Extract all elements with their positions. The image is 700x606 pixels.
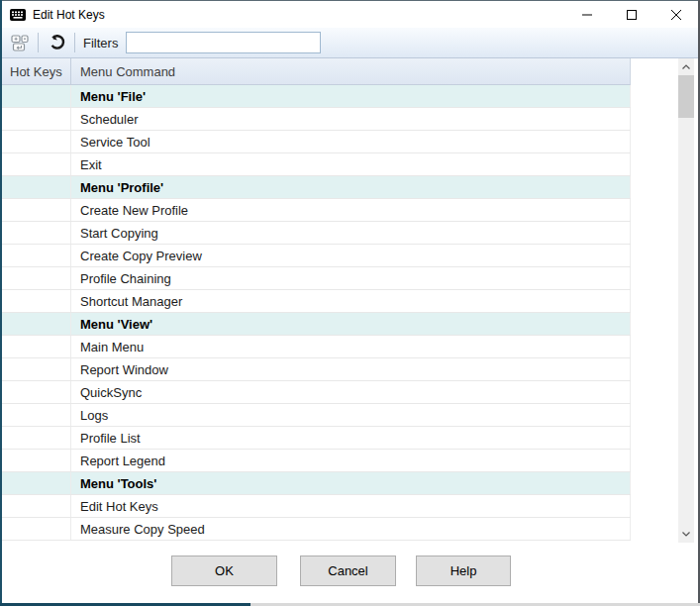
hotkey-cell[interactable] (2, 222, 71, 244)
edit-hot-keys-dialog: Edit Hot Keys (0, 0, 700, 606)
table-body: Menu 'File'SchedulerService ToolExitMenu… (2, 85, 631, 541)
menu-command-cell[interactable]: Measure Copy Speed (71, 518, 631, 540)
menu-command-cell[interactable]: Create New Profile (71, 199, 631, 221)
table-header: Hot Keys Menu Command (2, 58, 631, 85)
window-controls (564, 1, 698, 28)
toolbar-separator (74, 33, 75, 52)
hotkey-cell[interactable] (2, 131, 71, 152)
scroll-up-icon[interactable] (678, 58, 694, 75)
title-bar: Edit Hot Keys (2, 1, 698, 28)
assign-hotkey-keyboard-icon[interactable] (7, 31, 33, 54)
hotkey-cell[interactable] (2, 472, 71, 494)
table-row[interactable]: Main Menu (2, 336, 631, 358)
toolbar-separator (38, 33, 39, 52)
hotkey-cell[interactable] (2, 108, 71, 130)
table-row[interactable]: Edit Hot Keys (2, 495, 631, 518)
menu-command-cell[interactable]: Menu 'View' (71, 313, 631, 335)
menu-command-cell[interactable]: Profile List (71, 427, 631, 449)
column-header-menu-command[interactable]: Menu Command (71, 58, 630, 84)
table-row[interactable]: Scheduler (2, 108, 631, 131)
hotkey-cell[interactable] (2, 176, 71, 198)
cancel-button[interactable]: Cancel (300, 556, 396, 586)
maximize-button[interactable] (609, 1, 653, 28)
table-row[interactable]: Measure Copy Speed (2, 518, 631, 541)
ok-button[interactable]: OK (171, 556, 277, 586)
hotkey-cell[interactable] (2, 450, 71, 471)
table-row[interactable]: QuickSync (2, 381, 631, 404)
menu-command-cell[interactable]: Logs (71, 404, 631, 426)
hotkey-cell[interactable] (2, 495, 71, 517)
menu-command-cell[interactable]: Report Legend (71, 450, 631, 471)
keyboard-icon (10, 7, 26, 23)
hotkey-cell[interactable] (2, 153, 71, 175)
hotkey-cell[interactable] (2, 427, 71, 449)
hotkey-cell[interactable] (2, 518, 71, 540)
window-border-left (0, 0, 2, 606)
menu-command-cell[interactable]: Menu 'Profile' (71, 176, 631, 198)
menu-command-cell[interactable]: Start Copying (71, 222, 631, 244)
menu-command-cell[interactable]: Shortcut Manager (71, 290, 631, 312)
close-button[interactable] (653, 1, 698, 28)
menu-command-cell[interactable]: Scheduler (71, 108, 631, 130)
menu-command-cell[interactable]: Service Tool (71, 131, 631, 152)
menu-command-cell[interactable]: Profile Chaining (71, 267, 631, 289)
help-button[interactable]: Help (416, 556, 511, 586)
reset-hotkeys-icon[interactable] (44, 31, 69, 54)
hotkey-cell[interactable] (2, 199, 71, 221)
table-row[interactable]: Menu 'Profile' (2, 176, 631, 199)
table-row[interactable]: Profile Chaining (2, 267, 631, 290)
menu-command-cell[interactable]: Exit (71, 153, 631, 175)
vertical-scrollbar[interactable] (678, 58, 694, 543)
table-row[interactable]: Service Tool (2, 131, 631, 153)
table-row[interactable]: Menu 'File' (2, 85, 631, 108)
menu-command-cell[interactable]: QuickSync (71, 381, 631, 403)
hotkey-cell[interactable] (2, 290, 71, 312)
filters-label: Filters (83, 36, 118, 50)
hotkey-cell[interactable] (2, 336, 71, 357)
table-row[interactable]: Exit (2, 153, 631, 176)
hotkey-cell[interactable] (2, 358, 71, 380)
menu-command-cell[interactable]: Menu 'File' (71, 85, 631, 107)
table-row[interactable]: Menu 'Tools' (2, 472, 631, 495)
table-row[interactable]: Report Window (2, 358, 631, 381)
menu-command-cell[interactable]: Edit Hot Keys (71, 495, 631, 517)
table-row[interactable]: Profile List (2, 427, 631, 450)
hotkey-cell[interactable] (2, 404, 71, 426)
menu-command-cell[interactable]: Menu 'Tools' (71, 472, 631, 494)
table-row[interactable]: Report Legend (2, 450, 631, 472)
minimize-button[interactable] (564, 1, 609, 28)
menu-command-cell[interactable]: Create Copy Preview (71, 245, 631, 266)
hotkey-cell[interactable] (2, 245, 71, 266)
filter-input[interactable] (126, 32, 321, 53)
scrollbar-thumb[interactable] (678, 75, 694, 118)
scroll-down-icon[interactable] (678, 526, 694, 543)
hotkey-cell[interactable] (2, 381, 71, 403)
table-row[interactable]: Create New Profile (2, 199, 631, 222)
window-border-top (0, 0, 700, 1)
toolbar: Filters (2, 28, 698, 58)
table-row[interactable]: Shortcut Manager (2, 290, 631, 313)
hotkey-cell[interactable] (2, 267, 71, 289)
table-row[interactable]: Create Copy Preview (2, 245, 631, 267)
hotkey-cell[interactable] (2, 85, 71, 107)
hotkey-cell[interactable] (2, 313, 71, 335)
table-row[interactable]: Logs (2, 404, 631, 427)
window-title: Edit Hot Keys (33, 8, 105, 22)
column-header-hotkeys[interactable]: Hot Keys (2, 58, 71, 84)
hotkeys-table: Hot Keys Menu Command Menu 'File'Schedul… (2, 58, 631, 541)
table-row[interactable]: Menu 'View' (2, 313, 631, 336)
menu-command-cell[interactable]: Main Menu (71, 336, 631, 357)
table-row[interactable]: Start Copying (2, 222, 631, 245)
menu-command-cell[interactable]: Report Window (71, 358, 631, 380)
